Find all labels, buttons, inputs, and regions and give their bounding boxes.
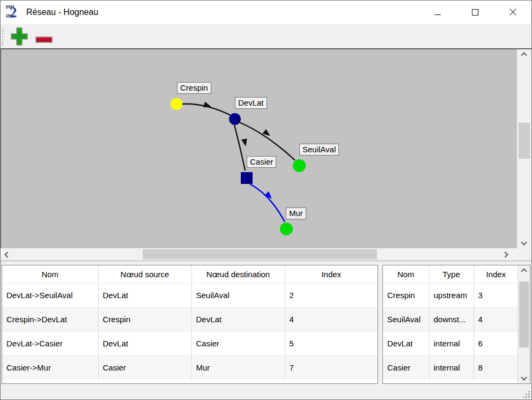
- table-cell[interactable]: Crespin: [98, 307, 191, 331]
- canvas-horizontal-scrollbar[interactable]: [1, 248, 531, 261]
- node-label-DevLat[interactable]: DevLat: [235, 97, 267, 109]
- table-cell[interactable]: DevLat: [383, 331, 429, 355]
- scroll-up-button[interactable]: [518, 265, 530, 277]
- network-graph: [1, 49, 517, 248]
- table-cell[interactable]: Mur: [191, 355, 285, 380]
- table-row: Casier->MurCasierMur7: [2, 355, 378, 380]
- table-cell[interactable]: 8: [474, 355, 518, 380]
- column-header[interactable]: Nœud destination: [191, 265, 285, 283]
- column-header[interactable]: Nom: [383, 265, 429, 283]
- column-header[interactable]: Index: [474, 265, 518, 283]
- resize-grip-handle[interactable]: [522, 390, 530, 398]
- table-cell[interactable]: Casier: [191, 331, 285, 355]
- table-cell[interactable]: Casier: [98, 355, 191, 380]
- column-header[interactable]: Nœud source: [98, 265, 191, 283]
- table-cell[interactable]: 2: [285, 283, 378, 307]
- table-cell[interactable]: downst...: [429, 307, 474, 331]
- table-cell[interactable]: 6: [474, 331, 518, 355]
- table-cell[interactable]: 4: [285, 307, 378, 331]
- minus-icon: [35, 27, 53, 46]
- column-header[interactable]: Type: [429, 265, 474, 283]
- table-cell[interactable]: internal: [429, 331, 474, 355]
- edge-arrow-icon: [241, 138, 249, 147]
- table-cell[interactable]: DevLat->Casier: [2, 331, 98, 355]
- scrollbar-thumb[interactable]: [519, 282, 529, 347]
- table-cell[interactable]: DevLat: [191, 307, 285, 331]
- node-SeuilAval[interactable]: [293, 159, 306, 172]
- node-label-Casier[interactable]: Casier: [247, 156, 276, 168]
- table-row: Crespin->DevLatCrespinDevLat4: [2, 307, 378, 331]
- chevron-down-icon: [521, 374, 527, 380]
- chevron-left-icon: [4, 251, 10, 257]
- table-row: DevLatinternal6: [383, 331, 518, 355]
- table-row: SeuilAvaldownst...4: [383, 307, 518, 331]
- table-cell[interactable]: DevLat: [98, 283, 191, 307]
- close-icon: [509, 9, 516, 16]
- reach-table-frame: NomNœud sourceNœud destinationIndexDevLa…: [2, 265, 378, 384]
- node-Casier[interactable]: [241, 172, 253, 184]
- network-canvas[interactable]: CrespinDevLatSeuilAvalCasierMur: [1, 49, 517, 248]
- chevron-right-icon: [502, 251, 508, 257]
- scroll-up-button[interactable]: [518, 49, 530, 61]
- plus-icon: [10, 27, 28, 46]
- edge-DevLat->Casier[interactable]: [234, 125, 245, 171]
- scroll-left-button[interactable]: [2, 249, 13, 261]
- node-Mur[interactable]: [280, 223, 293, 235]
- table-cell[interactable]: 5: [285, 331, 378, 355]
- minimize-button[interactable]: [419, 1, 456, 24]
- titlebar: PAM HYR 2 Réseau - Hogneau: [1, 1, 531, 24]
- node-DevLat[interactable]: [229, 113, 241, 125]
- column-header[interactable]: Index: [285, 265, 378, 283]
- chevron-up-icon: [521, 52, 527, 58]
- table-cell[interactable]: Crespin->DevLat: [2, 307, 98, 331]
- node-label-Mur[interactable]: Mur: [286, 208, 306, 219]
- table-row: Crespinupstream3: [383, 283, 518, 307]
- add-button[interactable]: [10, 27, 28, 46]
- scroll-down-button[interactable]: [518, 236, 530, 248]
- statusbar: [1, 386, 531, 399]
- edge-arrow-icon: [203, 102, 212, 110]
- table-cell[interactable]: upstream: [429, 283, 474, 307]
- table-cell[interactable]: Crespin: [383, 283, 429, 307]
- canvas-vertical-scrollbar[interactable]: [517, 49, 531, 248]
- close-button[interactable]: [494, 1, 531, 24]
- table-cell[interactable]: DevLat->SeuilAval: [2, 283, 98, 307]
- tables-row: NomNœud sourceNœud destinationIndexDevLa…: [1, 261, 531, 386]
- table-header-row: NomTypeIndex: [383, 265, 518, 283]
- toolbar: [1, 24, 531, 48]
- remove-button[interactable]: [35, 27, 53, 46]
- table-cell[interactable]: 4: [474, 307, 518, 331]
- edge-arrow-icon: [262, 129, 272, 138]
- node-table-frame: NomTypeIndexCrespinupstream3SeuilAvaldow…: [382, 265, 530, 384]
- edge-Casier->Mur[interactable]: [250, 184, 285, 222]
- node-table-vertical-scrollbar[interactable]: [518, 265, 530, 383]
- table-cell[interactable]: Casier: [383, 355, 429, 380]
- maximize-icon: [472, 9, 478, 16]
- scroll-right-button[interactable]: [499, 249, 511, 261]
- table-cell[interactable]: internal: [429, 355, 474, 380]
- table-cell[interactable]: 3: [474, 283, 518, 307]
- table-cell[interactable]: SeuilAval: [191, 283, 285, 307]
- maximize-button[interactable]: [456, 1, 494, 24]
- table-row: DevLat->CasierDevLatCasier5: [2, 331, 378, 355]
- table-cell[interactable]: Casier->Mur: [2, 355, 98, 380]
- window-title: Réseau - Hogneau: [26, 8, 419, 17]
- canvas-row: CrespinDevLatSeuilAvalCasierMur: [1, 48, 531, 248]
- node-label-Crespin[interactable]: Crespin: [177, 82, 211, 94]
- toolbar-grip-handle[interactable]: [2, 27, 4, 46]
- reach-table: NomNœud sourceNœud destinationIndexDevLa…: [2, 265, 378, 380]
- scroll-down-button[interactable]: [518, 372, 530, 383]
- table-row: DevLat->SeuilAvalDevLatSeuilAval2: [2, 283, 378, 307]
- chevron-up-icon: [521, 268, 527, 274]
- table-cell[interactable]: DevLat: [98, 331, 191, 355]
- table-cell[interactable]: SeuilAval: [383, 307, 429, 331]
- table-header-row: NomNœud sourceNœud destinationIndex: [2, 265, 378, 283]
- scrollbar-thumb[interactable]: [143, 249, 377, 260]
- chevron-down-icon: [521, 239, 527, 245]
- node-Crespin[interactable]: [171, 98, 182, 110]
- scrollbar-thumb[interactable]: [519, 123, 530, 159]
- column-header[interactable]: Nom: [2, 265, 98, 283]
- table-cell[interactable]: 7: [285, 355, 378, 380]
- node-label-SeuilAval[interactable]: SeuilAval: [299, 144, 339, 155]
- edge-DevLat->SeuilAval[interactable]: [239, 122, 295, 160]
